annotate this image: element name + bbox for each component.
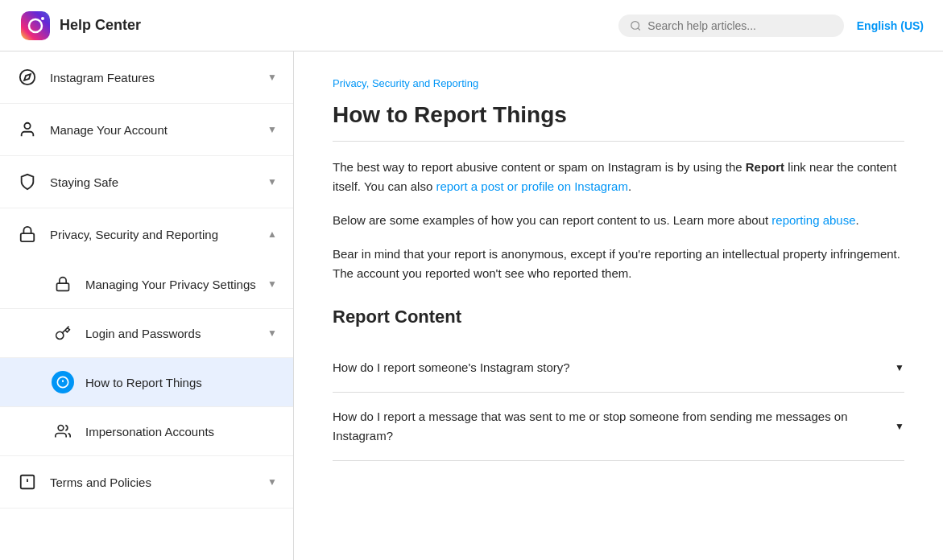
link-reporting-abuse[interactable]: reporting abuse bbox=[771, 213, 855, 227]
sidebar-sub-label-login-passwords: Login and Passwords bbox=[85, 327, 201, 340]
sidebar-sub-label-managing-privacy: Managing Your Privacy Settings bbox=[85, 278, 256, 291]
chevron-down-icon: ▼ bbox=[895, 419, 904, 434]
person-icon bbox=[16, 118, 39, 141]
faq-item-1[interactable]: How do I report someone's Instagram stor… bbox=[333, 344, 904, 393]
sidebar-label-privacy-security: Privacy, Security and Reporting bbox=[50, 228, 218, 241]
sidebar-item-manage-account[interactable]: Manage Your Account ▼ bbox=[0, 104, 293, 156]
sidebar-sub-item-login-passwords[interactable]: Login and Passwords ▼ bbox=[0, 309, 293, 358]
faq-item-2[interactable]: How do I report a message that was sent … bbox=[333, 393, 904, 461]
lock2-icon bbox=[52, 273, 74, 295]
svg-marker-6 bbox=[24, 74, 31, 80]
sidebar-sub-label-how-to-report: How to Report Things bbox=[85, 376, 202, 389]
sidebar-item-privacy-security[interactable]: Privacy, Security and Reporting ▲ bbox=[0, 208, 293, 260]
svg-point-3 bbox=[631, 21, 639, 29]
compass-icon bbox=[16, 66, 39, 89]
svg-point-2 bbox=[41, 17, 44, 20]
sidebar: Instagram Features ▼ Manage Your Account… bbox=[0, 51, 294, 560]
header: Help Center English (US) bbox=[0, 0, 943, 51]
chevron-down-icon: ▼ bbox=[267, 176, 277, 187]
impersonation-icon bbox=[52, 420, 74, 443]
paragraph-3: Bear in mind that your report is anonymo… bbox=[333, 245, 904, 283]
sidebar-sub-item-impersonation[interactable]: Impersonation Accounts bbox=[0, 407, 293, 456]
paragraph-2: Below are some examples of how you can r… bbox=[333, 211, 904, 230]
link-report-post-profile[interactable]: report a post or profile on Instagram bbox=[436, 179, 627, 193]
faq-question-2: How do I report a message that was sent … bbox=[333, 407, 885, 446]
svg-rect-9 bbox=[57, 283, 69, 290]
bold-report: Report bbox=[746, 160, 784, 174]
svg-point-5 bbox=[20, 70, 35, 84]
chevron-down-icon: ▼ bbox=[267, 327, 277, 339]
sidebar-item-terms-policies[interactable]: Terms and Policies ▼ bbox=[0, 456, 293, 509]
sidebar-sub-label-impersonation: Impersonation Accounts bbox=[85, 425, 214, 439]
key-icon bbox=[52, 322, 74, 344]
paragraph-1: The best way to report abusive content o… bbox=[333, 158, 904, 196]
chevron-down-icon: ▼ bbox=[267, 476, 277, 488]
lock-icon bbox=[16, 223, 39, 245]
sidebar-label-manage-account: Manage Your Account bbox=[50, 123, 168, 137]
search-bar[interactable] bbox=[618, 14, 844, 37]
header-left: Help Center bbox=[19, 10, 141, 42]
chevron-down-icon: ▼ bbox=[267, 72, 277, 83]
sidebar-sub-item-how-to-report[interactable]: How to Report Things bbox=[0, 358, 293, 407]
chevron-down-icon: ▼ bbox=[267, 124, 277, 135]
svg-rect-0 bbox=[21, 11, 50, 40]
svg-point-7 bbox=[24, 123, 30, 129]
sidebar-sub-item-managing-privacy[interactable]: Managing Your Privacy Settings ▼ bbox=[0, 260, 293, 309]
sidebar-item-instagram-features[interactable]: Instagram Features ▼ bbox=[0, 51, 293, 104]
chevron-up-icon: ▲ bbox=[267, 229, 277, 240]
sidebar-item-staying-safe[interactable]: Staying Safe ▼ bbox=[0, 156, 293, 208]
breadcrumb[interactable]: Privacy, Security and Reporting bbox=[333, 77, 904, 89]
layout: Instagram Features ▼ Manage Your Account… bbox=[0, 51, 943, 560]
header-right: English (US) bbox=[618, 14, 924, 37]
chevron-down-icon: ▼ bbox=[267, 278, 277, 290]
section-title-report-content: Report Content bbox=[333, 303, 904, 331]
sidebar-label-staying-safe: Staying Safe bbox=[50, 175, 118, 189]
svg-rect-8 bbox=[21, 233, 35, 241]
shield-icon bbox=[16, 171, 39, 193]
sidebar-label-instagram-features: Instagram Features bbox=[50, 71, 155, 84]
search-icon bbox=[630, 19, 642, 32]
faq-question-1: How do I report someone's Instagram stor… bbox=[333, 358, 885, 377]
svg-point-13 bbox=[58, 426, 64, 431]
header-title: Help Center bbox=[60, 17, 141, 34]
article-body: The best way to report abusive content o… bbox=[333, 158, 904, 461]
search-input[interactable] bbox=[647, 19, 832, 32]
main-content: Privacy, Security and Reporting How to R… bbox=[294, 51, 943, 560]
instagram-logo bbox=[19, 10, 52, 42]
alert-icon bbox=[16, 471, 39, 493]
svg-line-4 bbox=[638, 27, 640, 30]
sidebar-label-terms-policies: Terms and Policies bbox=[50, 476, 151, 489]
article-title: How to Report Things bbox=[333, 102, 904, 142]
language-selector[interactable]: English (US) bbox=[857, 19, 924, 32]
report-icon bbox=[52, 371, 74, 393]
chevron-down-icon: ▼ bbox=[895, 360, 904, 376]
